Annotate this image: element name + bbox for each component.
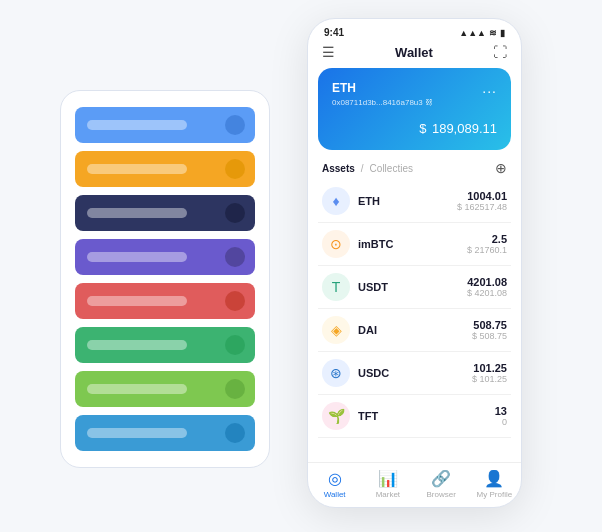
nav-label-browser: Browser xyxy=(426,490,455,499)
phone-frame: 9:41 ▲▲▲ ≋ ▮ ☰ Wallet ⛶ ETH ... 0x08711d… xyxy=(307,18,522,508)
asset-name-usdc: USDC xyxy=(358,367,472,379)
stack-card-dot-4 xyxy=(225,291,245,311)
signal-icon: ▲▲▲ xyxy=(459,28,486,38)
asset-item-tft[interactable]: 🌱TFT130 xyxy=(318,395,511,438)
stack-card-dot-2 xyxy=(225,203,245,223)
status-icons: ▲▲▲ ≋ ▮ xyxy=(459,28,505,38)
page-title: Wallet xyxy=(395,45,433,60)
card-coin-label: ETH xyxy=(332,81,356,95)
stack-card-bar-6 xyxy=(87,384,187,394)
asset-amounts-imbtc: 2.5$ 21760.1 xyxy=(467,233,507,255)
stack-card-bar-1 xyxy=(87,164,187,174)
stack-card-3[interactable] xyxy=(75,239,255,275)
status-time: 9:41 xyxy=(324,27,344,38)
wifi-icon: ≋ xyxy=(489,28,497,38)
nav-icon-browser: 🔗 xyxy=(431,469,451,488)
asset-amount-primary: 101.25 xyxy=(472,362,507,374)
nav-label-my-profile: My Profile xyxy=(477,490,513,499)
asset-amount-primary: 1004.01 xyxy=(457,190,507,202)
asset-amounts-usdt: 4201.08$ 4201.08 xyxy=(467,276,507,298)
tab-separator: / xyxy=(361,163,364,174)
asset-amount-primary: 508.75 xyxy=(472,319,507,331)
stack-card-bar-3 xyxy=(87,252,187,262)
balance-amount: 189,089.11 xyxy=(432,121,497,136)
scan-icon[interactable]: ⛶ xyxy=(493,44,507,60)
asset-amount-usd: 0 xyxy=(495,417,507,427)
top-nav: ☰ Wallet ⛶ xyxy=(308,42,521,68)
nav-item-my-profile[interactable]: 👤My Profile xyxy=(468,469,521,499)
asset-amounts-tft: 130 xyxy=(495,405,507,427)
asset-amount-usd: $ 21760.1 xyxy=(467,245,507,255)
asset-amount-usd: $ 101.25 xyxy=(472,374,507,384)
stack-card-2[interactable] xyxy=(75,195,255,231)
battery-icon: ▮ xyxy=(500,28,505,38)
asset-amount-usd: $ 4201.08 xyxy=(467,288,507,298)
currency-symbol: $ xyxy=(419,121,426,136)
asset-item-usdt[interactable]: TUSDT4201.08$ 4201.08 xyxy=(318,266,511,309)
stack-card-5[interactable] xyxy=(75,327,255,363)
nav-item-wallet[interactable]: ◎Wallet xyxy=(308,469,361,499)
card-header: ETH ... xyxy=(332,80,497,96)
asset-icon-usdt: T xyxy=(322,273,350,301)
stack-card-4[interactable] xyxy=(75,283,255,319)
asset-icon-dai: ◈ xyxy=(322,316,350,344)
stack-card-6[interactable] xyxy=(75,371,255,407)
stack-card-0[interactable] xyxy=(75,107,255,143)
stack-card-bar-0 xyxy=(87,120,187,130)
stack-card-bar-7 xyxy=(87,428,187,438)
asset-name-tft: TFT xyxy=(358,410,495,422)
bottom-nav: ◎Wallet📊Market🔗Browser👤My Profile xyxy=(308,462,521,507)
tab-assets[interactable]: Assets xyxy=(322,163,355,174)
stack-card-dot-6 xyxy=(225,379,245,399)
nav-icon-my-profile: 👤 xyxy=(484,469,504,488)
asset-amount-usd: $ 162517.48 xyxy=(457,202,507,212)
stack-card-7[interactable] xyxy=(75,415,255,451)
stack-card-dot-3 xyxy=(225,247,245,267)
asset-amount-primary: 4201.08 xyxy=(467,276,507,288)
stack-card-dot-5 xyxy=(225,335,245,355)
asset-amounts-usdc: 101.25$ 101.25 xyxy=(472,362,507,384)
asset-icon-tft: 🌱 xyxy=(322,402,350,430)
nav-item-browser[interactable]: 🔗Browser xyxy=(415,469,468,499)
asset-name-dai: DAI xyxy=(358,324,472,336)
asset-name-usdt: USDT xyxy=(358,281,467,293)
asset-list: ♦ETH1004.01$ 162517.48⊙imBTC2.5$ 21760.1… xyxy=(308,180,521,462)
asset-icon-imbtc: ⊙ xyxy=(322,230,350,258)
stack-card-dot-7 xyxy=(225,423,245,443)
stack-card-dot-0 xyxy=(225,115,245,135)
asset-name-eth: ETH xyxy=(358,195,457,207)
asset-amounts-eth: 1004.01$ 162517.48 xyxy=(457,190,507,212)
wallet-balance: $ 189,089.11 xyxy=(332,115,497,138)
stack-card-dot-1 xyxy=(225,159,245,179)
card-stack xyxy=(60,90,270,468)
status-bar: 9:41 ▲▲▲ ≋ ▮ xyxy=(308,19,521,42)
nav-icon-market: 📊 xyxy=(378,469,398,488)
asset-amount-usd: $ 508.75 xyxy=(472,331,507,341)
stack-card-1[interactable] xyxy=(75,151,255,187)
asset-amount-primary: 13 xyxy=(495,405,507,417)
stack-card-bar-5 xyxy=(87,340,187,350)
nav-label-market: Market xyxy=(376,490,400,499)
assets-tabs: Assets / Collecties xyxy=(322,163,413,174)
asset-icon-usdc: ⊛ xyxy=(322,359,350,387)
card-menu-dots[interactable]: ... xyxy=(482,80,497,96)
nav-item-market[interactable]: 📊Market xyxy=(361,469,414,499)
assets-header: Assets / Collecties ⊕ xyxy=(308,158,521,180)
asset-item-imbtc[interactable]: ⊙imBTC2.5$ 21760.1 xyxy=(318,223,511,266)
nav-icon-wallet: ◎ xyxy=(328,469,342,488)
add-asset-button[interactable]: ⊕ xyxy=(495,160,507,176)
asset-item-dai[interactable]: ◈DAI508.75$ 508.75 xyxy=(318,309,511,352)
asset-name-imbtc: imBTC xyxy=(358,238,467,250)
stack-card-bar-2 xyxy=(87,208,187,218)
stack-card-bar-4 xyxy=(87,296,187,306)
asset-amounts-dai: 508.75$ 508.75 xyxy=(472,319,507,341)
asset-item-usdc[interactable]: ⊛USDC101.25$ 101.25 xyxy=(318,352,511,395)
asset-amount-primary: 2.5 xyxy=(467,233,507,245)
nav-label-wallet: Wallet xyxy=(324,490,346,499)
asset-icon-eth: ♦ xyxy=(322,187,350,215)
tab-collecties[interactable]: Collecties xyxy=(370,163,413,174)
asset-item-eth[interactable]: ♦ETH1004.01$ 162517.48 xyxy=(318,180,511,223)
eth-wallet-card[interactable]: ETH ... 0x08711d3b...8416a78u3 ⛓ $ 189,0… xyxy=(318,68,511,150)
menu-icon[interactable]: ☰ xyxy=(322,44,335,60)
wallet-address: 0x08711d3b...8416a78u3 ⛓ xyxy=(332,98,497,107)
